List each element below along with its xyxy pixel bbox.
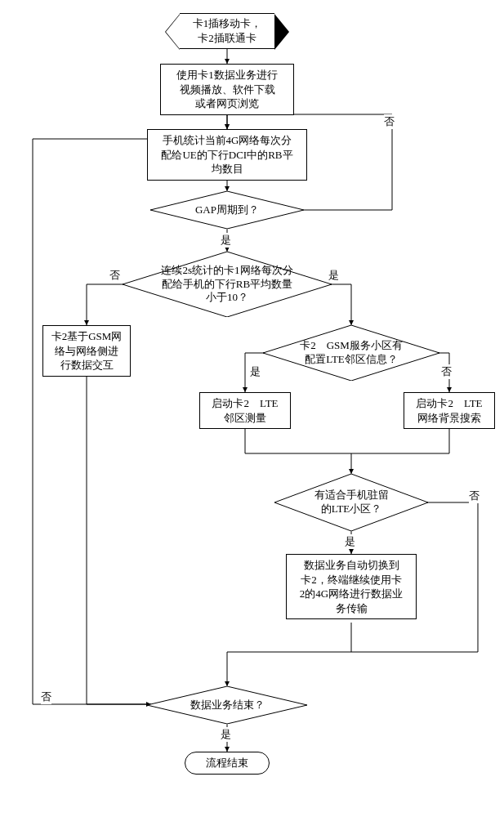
label-no: 否 — [109, 268, 120, 283]
end-node: 流程结束 — [185, 752, 270, 775]
box-lte-bg-search: 启动卡2 LTE 网络背景搜索 — [404, 392, 495, 429]
flowchart-canvas: 卡1插移动卡， 卡2插联通卡 使用卡1数据业务进行 视频播放、软件下载 或者网页… — [8, 8, 496, 809]
label-yes: 是 — [221, 727, 231, 742]
label-no: 否 — [384, 114, 395, 129]
dec-rb-text: 连续2s统计的卡1网络每次分 配给手机的下行RB平均数量 小于10？ — [161, 264, 292, 306]
decision-lte-config: 卡2 GSM服务小区有 配置LTE邻区信息？ — [263, 325, 439, 381]
label-yes: 是 — [328, 268, 339, 283]
decision-end: 数据业务结束？ — [147, 686, 307, 724]
dec-gap-text: GAP周期到？ — [195, 203, 259, 217]
label-yes: 是 — [345, 534, 355, 549]
dec-end-text: 数据业务结束？ — [190, 699, 265, 712]
label-no: 否 — [41, 690, 51, 704]
label-yes: 是 — [221, 233, 231, 248]
start-text: 卡1插移动卡， 卡2插联通卡 — [193, 16, 262, 45]
decision-gap: GAP周期到？ — [150, 191, 304, 229]
step-stats-rb: 手机统计当前4G网络每次分 配给UE的下行DCI中的RB平 均数目 — [147, 129, 307, 181]
step2-text: 手机统计当前4G网络每次分 配给UE的下行DCI中的RB平 均数目 — [161, 134, 292, 175]
box-meas-text: 启动卡2 LTE 邻区测量 — [212, 397, 278, 424]
box-gsm-interact: 卡2基于GSM网 络与网络侧进 行数据交互 — [42, 325, 131, 377]
start-node: 卡1插移动卡， 卡2插联通卡 — [180, 13, 274, 49]
step1-text: 使用卡1数据业务进行 视频播放、软件下载 或者网页浏览 — [176, 69, 278, 109]
label-no: 否 — [469, 489, 479, 503]
decision-fit-cell: 有适合手机驻留 的LTE小区？ — [274, 474, 428, 531]
dec-fit-text: 有适合手机驻留 的LTE小区？ — [314, 489, 389, 516]
step-use-card1: 使用卡1数据业务进行 视频播放、软件下载 或者网页浏览 — [160, 64, 294, 115]
box-bg-text: 启动卡2 LTE 网络背景搜索 — [416, 397, 482, 424]
decision-rb: 连续2s统计的卡1网络每次分 配给手机的下行RB平均数量 小于10？ — [123, 252, 332, 317]
box-lte-measure: 启动卡2 LTE 邻区测量 — [199, 392, 291, 429]
end-text: 流程结束 — [206, 757, 248, 769]
dec-cfg-text: 卡2 GSM服务小区有 配置LTE邻区信息？ — [300, 339, 403, 367]
label-yes: 是 — [250, 364, 261, 379]
leftbox-text: 卡2基于GSM网 络与网络侧进 行数据交互 — [51, 330, 123, 371]
label-no: 否 — [441, 364, 452, 379]
box-switch-text: 数据业务自动切换到 卡2，终端继续使用卡 2的4G网络进行数据业 务传输 — [300, 559, 403, 614]
box-switch-card2: 数据业务自动切换到 卡2，终端继续使用卡 2的4G网络进行数据业 务传输 — [286, 554, 417, 619]
